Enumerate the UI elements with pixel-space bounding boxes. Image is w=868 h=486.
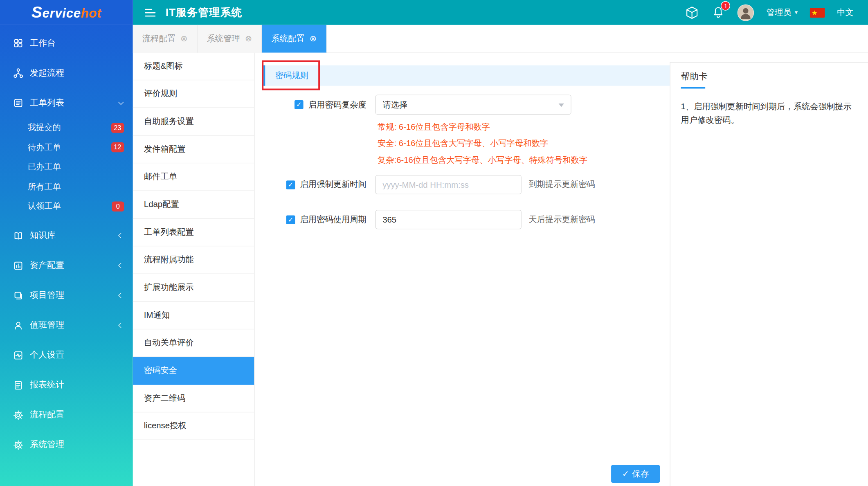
sidebar-item-duty-mgmt[interactable]: 值班管理: [0, 310, 133, 340]
check-icon: ✓: [296, 101, 302, 108]
row-force-update-time: ✓ 启用强制更新时间 到期提示更新密码: [255, 175, 595, 194]
help-card-title: 帮助卡: [681, 71, 857, 82]
sidebar-item-my-submitted[interactable]: 我提交的 23: [0, 118, 133, 137]
help-card: 帮助卡 1、启用强制更新时间到期后，系统会强制提示用户修改密码。: [670, 62, 868, 486]
caret-down-icon: ▾: [795, 9, 798, 16]
input-password-period[interactable]: [376, 210, 522, 229]
hint-secure: 安全: 6-16位且包含大写字母、小写字母和数字: [378, 135, 587, 152]
tab-system-config[interactable]: 系统配置 ⊗: [262, 25, 326, 53]
row-password-period: ✓ 启用密码使用周期 天后提示更新密码: [255, 210, 595, 229]
section-title-password-rules: 密码规则: [263, 65, 670, 86]
layers-icon: [13, 290, 23, 300]
count-badge: 0: [112, 201, 124, 211]
submenu-item-email-ticket[interactable]: 邮件工单: [133, 163, 254, 191]
report-icon: [13, 380, 23, 390]
sidebar-item-all-tickets[interactable]: 所有工单: [0, 177, 133, 196]
submenu-item-asset-qrcode[interactable]: 资产二维码: [133, 385, 254, 413]
close-tab-icon[interactable]: ⊗: [180, 34, 187, 44]
help-card-text: 1、启用强制更新时间到期后，系统会强制提示用户修改密码。: [681, 99, 857, 127]
user-name: 管理员: [767, 7, 792, 18]
chevron-left-icon: [118, 233, 124, 238]
grid-icon: [13, 38, 23, 48]
language-toggle[interactable]: 中文: [837, 7, 854, 18]
close-tab-icon[interactable]: ⊗: [310, 34, 317, 44]
sidebar-item-flow-config[interactable]: 流程配置: [0, 400, 133, 430]
flow-branch-icon: [13, 68, 23, 78]
bell-icon[interactable]: 1: [712, 6, 726, 20]
gear-icon: [13, 440, 23, 450]
package-icon[interactable]: [685, 5, 699, 20]
label-password-period: 启用密码使用周期: [300, 214, 366, 225]
chevron-left-icon: [118, 292, 124, 298]
submenu-item-title-icon[interactable]: 标题&图标: [133, 53, 254, 81]
checkbox-password-period[interactable]: ✓: [286, 215, 295, 224]
password-complexity-hints: 常规: 6-16位且包含字母和数字 安全: 6-16位且包含大写字母、小写字母和…: [378, 119, 587, 169]
checkbox-force-update-time[interactable]: ✓: [286, 180, 295, 189]
hint-complex: 复杂:6-16位且包含大写字母、小写字母、特殊符号和数字: [378, 152, 587, 169]
hint-normal: 常规: 6-16位且包含字母和数字: [378, 119, 587, 135]
select-password-complexity[interactable]: 请选择: [376, 94, 571, 115]
app-logo: Servicehot: [0, 0, 133, 25]
app-title: IT服务管理系统: [166, 5, 243, 20]
tab-flow-config[interactable]: 流程配置 ⊗: [133, 25, 198, 53]
submenu-item-extension-display[interactable]: 扩展功能展示: [133, 274, 254, 302]
tab-bar: 流程配置 ⊗ 系统管理 ⊗ 系统配置 ⊗: [133, 25, 868, 53]
menu-fold-icon[interactable]: [145, 9, 156, 16]
submenu-item-flow-attach[interactable]: 流程附属功能: [133, 246, 254, 274]
submenu-item-license-auth[interactable]: license授权: [133, 412, 254, 440]
row-password-complexity: ✓ 启用密码复杂度 请选择: [255, 94, 571, 115]
sidebar-item-workbench[interactable]: 工作台: [0, 28, 133, 58]
label-password-complexity: 启用密码复杂度: [308, 99, 367, 110]
check-icon: ✓: [288, 181, 294, 189]
sidebar-item-claim-tickets[interactable]: 认领工单 0: [0, 196, 133, 216]
checkbox-password-complexity[interactable]: ✓: [295, 100, 304, 109]
check-icon: ✓: [622, 469, 629, 479]
help-title-underline: [681, 87, 706, 88]
submenu-item-password-security[interactable]: 密码安全: [133, 357, 254, 385]
hint-force-update: 到期提示更新密码: [528, 179, 595, 190]
tab-system-mgmt[interactable]: 系统管理 ⊗: [198, 25, 262, 53]
sidebar-item-knowledge-base[interactable]: 知识库: [0, 220, 133, 250]
count-badge: 12: [111, 142, 124, 152]
book-icon: [13, 231, 23, 241]
logo-text-service: Service: [31, 3, 81, 22]
label-force-update-time: 启用强制更新时间: [300, 179, 366, 190]
user-menu[interactable]: 管理员 ▾: [767, 7, 798, 18]
sidebar-item-done-tickets[interactable]: 已办工单: [0, 157, 133, 177]
submenu-item-self-service[interactable]: 自助服务设置: [133, 108, 254, 136]
select-value: 请选择: [382, 99, 407, 110]
top-bar: IT服务管理系统 1 管理员 ▾ ★ 中文: [133, 0, 868, 25]
sidebar-nav: 工作台 发起流程 工单列表 我提交的 23 待办工单 12 已办工单 所有工单 …: [0, 25, 133, 486]
user-avatar[interactable]: [738, 4, 754, 21]
app-window: Servicehot IT服务管理系统 1 管理员 ▾ ★ 中文: [0, 0, 868, 486]
sidebar-item-asset-config[interactable]: 资产配置: [0, 250, 133, 280]
sidebar-item-todo-tickets[interactable]: 待办工单 12: [0, 137, 133, 157]
gear-icon: [13, 410, 23, 420]
submenu-item-outbox-config[interactable]: 发件箱配置: [133, 136, 254, 164]
sidebar-item-personal-settings[interactable]: 个人设置: [0, 340, 133, 370]
chevron-down-icon: [118, 99, 124, 105]
chevron-left-icon: [118, 322, 124, 328]
logo-text-hot: hot: [81, 6, 101, 21]
sidebar-item-system-mgmt[interactable]: 系统管理: [0, 430, 133, 460]
close-tab-icon[interactable]: ⊗: [245, 34, 252, 44]
sidebar-item-report-stats[interactable]: 报表统计: [0, 370, 133, 400]
sidebar-item-ticket-list[interactable]: 工单列表: [0, 88, 133, 118]
submenu-item-ldap-config[interactable]: Ldap配置: [133, 191, 254, 219]
submenu-item-ticket-list-config[interactable]: 工单列表配置: [133, 219, 254, 247]
password-rules-panel: 密码规则 ✓ 启用密码复杂度 请选择 常规: 6-16位且包含字母和数字 安全:…: [255, 53, 670, 486]
list-icon: [13, 98, 23, 108]
check-icon: ✓: [288, 216, 294, 223]
submenu-item-auto-close-rating[interactable]: 自动关单评价: [133, 329, 254, 357]
input-force-update-time[interactable]: [376, 175, 522, 194]
submenu-item-im-notify[interactable]: IM通知: [133, 302, 254, 330]
submenu-item-rating-rules[interactable]: 评价规则: [133, 80, 254, 108]
chevron-left-icon: [118, 263, 124, 268]
bar-chart-icon: [13, 261, 23, 270]
sidebar-item-start-flow[interactable]: 发起流程: [0, 58, 133, 88]
pulse-icon: [13, 350, 23, 360]
hint-password-period: 天后提示更新密码: [528, 214, 595, 225]
select-caret-icon: [558, 104, 564, 107]
save-button[interactable]: ✓ 保存: [611, 465, 660, 483]
sidebar-item-project-mgmt[interactable]: 项目管理: [0, 280, 133, 310]
